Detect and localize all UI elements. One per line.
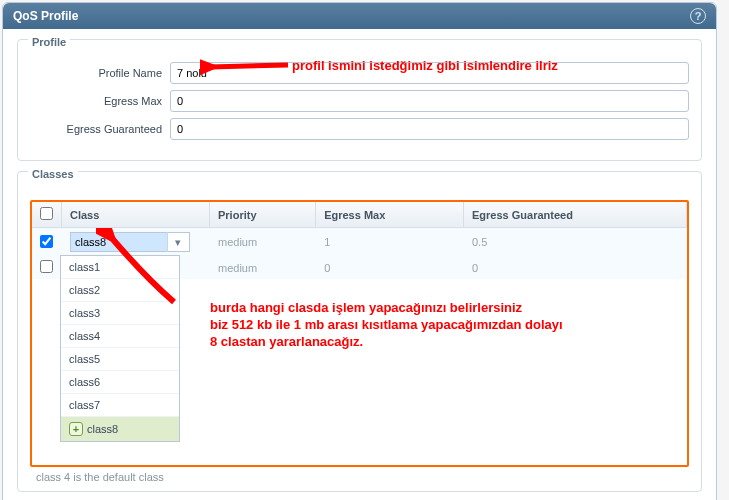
cell-class[interactable]: ▾ <box>62 228 210 257</box>
egress-max-label: Egress Max <box>30 95 170 107</box>
profile-name-label: Profile Name <box>30 67 170 79</box>
col-egress-gtd[interactable]: Egress Guaranteed <box>464 202 687 228</box>
dialog-titlebar: QoS Profile ? <box>3 3 716 29</box>
dropdown-item-class7[interactable]: class7 <box>61 393 179 416</box>
dropdown-item-class2[interactable]: class2 <box>61 278 179 301</box>
table-row[interactable]: ▾ medium 1 0.5 <box>32 228 687 257</box>
col-checkbox <box>32 202 62 228</box>
profile-fieldset: Profile Profile Name Egress Max Egress G… <box>17 39 702 161</box>
class-dropdown[interactable]: class1 class2 class3 class4 class5 class… <box>60 255 180 442</box>
dropdown-item-label: class8 <box>87 423 118 435</box>
dropdown-item-class8[interactable]: + class8 <box>61 416 179 441</box>
plus-icon: + <box>69 422 83 436</box>
dropdown-item-class1[interactable]: class1 <box>61 256 179 278</box>
table-header-row: Class Priority Egress Max Egress Guarant… <box>32 202 687 228</box>
classes-legend: Classes <box>28 168 78 180</box>
class-combo-input[interactable] <box>71 233 167 251</box>
col-egress-max[interactable]: Egress Max <box>316 202 464 228</box>
select-all-checkbox[interactable] <box>40 207 53 220</box>
egress-gtd-row: Egress Guaranteed <box>30 118 689 140</box>
classes-table-wrap: Class Priority Egress Max Egress Guarant… <box>30 200 689 467</box>
dropdown-item-class3[interactable]: class3 <box>61 301 179 324</box>
profile-legend: Profile <box>28 36 70 48</box>
row-checkbox[interactable] <box>40 235 53 248</box>
chevron-down-icon[interactable]: ▾ <box>167 232 187 252</box>
cell-priority: medium <box>210 256 316 279</box>
cell-priority: medium <box>210 228 316 257</box>
dialog-body: Profile Profile Name Egress Max Egress G… <box>3 29 716 500</box>
egress-gtd-label: Egress Guaranteed <box>30 123 170 135</box>
dropdown-item-class4[interactable]: class4 <box>61 324 179 347</box>
help-icon[interactable]: ? <box>690 8 706 24</box>
dialog-title: QoS Profile <box>13 9 78 23</box>
classes-fieldset: Classes Class Priority Egress Max Egress… <box>17 171 702 492</box>
cell-egress-gtd: 0.5 <box>464 228 687 257</box>
profile-name-row: Profile Name <box>30 62 689 84</box>
cell-egress-max: 0 <box>316 256 464 279</box>
profile-name-input[interactable] <box>170 62 689 84</box>
cell-egress-max: 1 <box>316 228 464 257</box>
dropdown-item-class6[interactable]: class6 <box>61 370 179 393</box>
dropdown-item-class5[interactable]: class5 <box>61 347 179 370</box>
class-combobox[interactable]: ▾ <box>70 232 190 252</box>
egress-gtd-input[interactable] <box>170 118 689 140</box>
col-priority[interactable]: Priority <box>210 202 316 228</box>
egress-max-input[interactable] <box>170 90 689 112</box>
cell-egress-gtd: 0 <box>464 256 687 279</box>
classes-hint: class 4 is the default class <box>30 467 689 485</box>
qos-profile-dialog: QoS Profile ? Profile Profile Name Egres… <box>2 2 717 500</box>
egress-max-row: Egress Max <box>30 90 689 112</box>
col-class[interactable]: Class <box>62 202 210 228</box>
row-checkbox[interactable] <box>40 260 53 273</box>
